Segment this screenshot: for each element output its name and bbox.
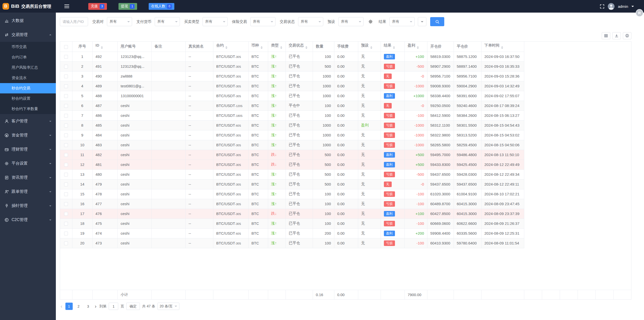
row-checkbox[interactable] [64,84,68,88]
table-row[interactable]: 16477ceshi--BTC/USDT-30SBTC涨↑已平仓1000.00无… [60,199,524,209]
row-checkbox[interactable] [64,202,68,206]
print-icon[interactable] [623,32,631,39]
row-checkbox[interactable] [64,55,68,59]
floating-widget-r[interactable]: R [636,9,643,17]
filter-select-交易状态[interactable]: 所有 [298,17,323,26]
column-header-结果[interactable]: 结果 [381,42,405,52]
sidebar-item-理财管理[interactable]: 理财管理 [0,142,56,156]
page-button-1[interactable]: 1 [65,303,73,310]
column-header-ID[interactable]: ID [92,42,117,52]
filter-select-result[interactable]: 所有 [389,17,415,26]
sidebar-subitem-币币交易[interactable]: 币币交易 [0,42,56,52]
sidebar-item-插针管理[interactable]: 插针管理 [0,199,56,213]
hamburger-menu-icon[interactable] [64,4,69,8]
table-row[interactable]: 17476ceshi--BTC/USDT-30SBTC跌↓已平仓1000.00无… [60,209,524,219]
gear-icon[interactable] [367,17,374,26]
sidebar-subitem-资金流水[interactable]: 资金流水 [0,73,56,83]
table-row[interactable]: 4489test0801@g...--BTC/USDT-30SBTC涨↑已平仓1… [60,81,524,91]
row-checkbox[interactable] [64,222,68,226]
column-header-合约[interactable]: 合约 [213,42,248,52]
row-checkbox[interactable] [64,153,68,157]
table-row[interactable]: 11482ceshi--BTC/USDT-30SBTC跌↓已平仓5000.00无… [60,150,524,160]
row-checkbox[interactable] [64,212,68,216]
sort-icon[interactable] [101,45,103,50]
sidebar-item-交易管理[interactable]: 交易管理 [0,28,56,42]
table-row[interactable]: 15478ceshi--BTC/USDT-30SBTC涨↑已平仓1000.00无… [60,189,524,199]
column-header-类型[interactable]: 类型 [268,42,286,52]
row-checkbox[interactable] [64,104,68,108]
table-row[interactable]: 9484ceshi--BTC/USDT-30SBTC涨↑已平仓10000.00无… [60,130,524,140]
sort-icon[interactable] [393,45,395,50]
sidebar-item-客户管理[interactable]: 客户管理 [0,114,56,128]
row-checkbox[interactable] [64,241,68,245]
next-page-button[interactable]: › [94,303,97,309]
table-row[interactable]: 3490zwl888--BTC/USDT-30SBTC涨↑已平仓10000.00… [60,71,524,81]
row-checkbox[interactable] [64,183,68,186]
filter-select-支付货币[interactable]: 所有 [155,17,180,26]
table-row[interactable]: 18475ceshi--BTC/USDT-30SBTC涨↑已平仓1000.00无… [60,219,524,228]
row-checkbox[interactable] [64,192,68,196]
search-button[interactable] [430,17,444,26]
sidebar-subitem-秒合约设置[interactable]: 秒合约设置 [0,93,56,104]
select-all-checkbox[interactable] [60,42,72,52]
column-header-交易状态[interactable]: 交易状态 [286,42,313,52]
row-checkbox[interactable] [64,124,68,127]
table-row[interactable]: 548813100000001--BTC/USDT-30SBTC涨↑已平仓100… [60,91,524,101]
table-row[interactable]: 2491123123@qq...--BTC/USDT-30SBTC涨↑已平仓50… [60,61,524,71]
row-checkbox[interactable] [64,75,68,78]
page-jump-input[interactable] [109,303,118,310]
prev-page-button[interactable]: ‹ [60,303,63,309]
page-button-2[interactable]: 2 [75,303,82,310]
filter-select-交易对[interactable]: 所有 [107,17,132,26]
filter-select-预设[interactable]: 所有 [338,17,364,26]
sort-icon[interactable] [370,45,372,50]
table-row[interactable]: 10483ceshi--BTC/USDT-30SBTC涨↑已平仓10000.00… [60,140,524,150]
table-row[interactable]: 12481ceshi--BTC/USDT-30SBTC跌↓已平仓5000.00无… [60,160,524,169]
avatar[interactable] [608,3,615,10]
row-checkbox[interactable] [64,94,68,98]
online-button[interactable]: 在线人数0 [149,3,174,10]
grid-columns-icon[interactable] [602,32,610,39]
download-icon[interactable] [612,32,621,39]
table-row[interactable]: 7486ceshi--BTC/USDT-180SBTC涨↑已平仓1000.00无… [60,111,524,120]
withdraw-button[interactable]: 提现1 [118,3,137,10]
username-label[interactable]: admin [618,4,628,9]
column-header-币种[interactable]: 币种 [248,42,268,52]
column-header-盈利[interactable]: 盈利 [405,42,427,52]
row-checkbox[interactable] [64,173,68,176]
filter-select-买卖类型[interactable]: 所有 [203,17,228,26]
row-checkbox[interactable] [64,133,68,137]
table-row[interactable]: 8485ceshi--BTC/USDT-60SBTC涨↑已平仓10000.00盈… [60,120,524,130]
sidebar-item-资金管理[interactable]: 资金管理 [0,128,56,142]
sort-icon[interactable] [305,45,307,50]
column-header-下单时间[interactable]: 下单时间 [481,42,524,52]
sidebar-item-跟单管理[interactable]: 跟单管理 [0,185,56,199]
chevron-down-icon[interactable] [631,6,634,8]
user-id-input[interactable] [60,17,88,26]
expand-filters-button[interactable] [418,17,426,26]
checkbox-icon[interactable] [64,45,68,49]
sidebar-item-平台设置[interactable]: 平台设置 [0,156,56,170]
table-row[interactable]: 1492123123@qq...--BTC/USDT-30SBTC涨↑已平仓10… [60,52,524,61]
table-row[interactable]: 20473ceshi--BTC/USDT-30SBTC涨↑已平仓1000.00无… [60,238,524,248]
sidebar-subitem-合约订单[interactable]: 合约订单 [0,52,56,62]
sidebar-item-大数据[interactable]: 大数据 [0,14,56,28]
sort-icon[interactable] [501,45,503,50]
sort-icon[interactable] [417,45,419,50]
row-checkbox[interactable] [64,232,68,235]
sort-icon[interactable] [261,45,263,50]
per-page-select[interactable]: 20 条/页 [157,303,179,310]
table-row[interactable]: 6487ceshi--BTC/USDT-120SBTC涨↑平仓中1000.00无… [60,101,524,111]
table-row[interactable]: 14479ceshi--BTC/USDT-30SBTC涨↑已平仓5000.00无… [60,179,524,189]
sort-icon[interactable] [225,45,227,50]
sidebar-subitem-秒合约下单数量[interactable]: 秒合约下单数量 [0,104,56,114]
row-checkbox[interactable] [64,65,68,68]
sidebar-item-C2C管理[interactable]: C2C管理 [0,213,56,227]
filter-select-保险交易[interactable]: 所有 [250,17,275,26]
page-button-3[interactable]: 3 [85,303,92,310]
row-checkbox[interactable] [64,163,68,167]
sidebar-subitem-秒合约交易[interactable]: 秒合约交易 [0,83,56,93]
sidebar-item-资讯管理[interactable]: 资讯管理 [0,170,56,185]
table-row[interactable]: 13480ceshi--BTC/USDT-30SBTC涨↑已平仓5000.00无… [60,169,524,179]
row-checkbox[interactable] [64,143,68,147]
